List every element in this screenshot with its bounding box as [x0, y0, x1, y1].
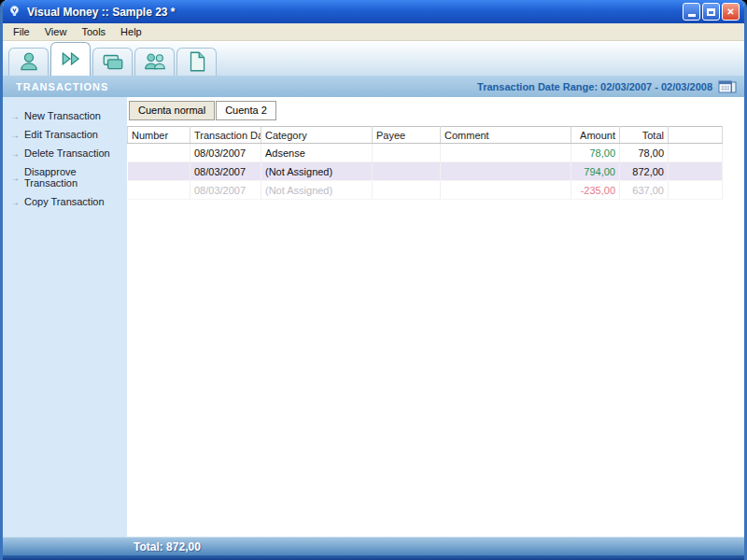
menu-tools[interactable]: Tools — [74, 24, 113, 39]
menu-help[interactable]: Help — [113, 24, 149, 39]
report-icon — [185, 49, 209, 76]
page-title: TRANSACTIONS — [16, 81, 477, 92]
cell-empty — [669, 181, 723, 200]
cell-amount: 78,00 — [571, 144, 620, 162]
column-header-comment[interactable]: Comment — [441, 127, 571, 144]
cell-empty — [669, 162, 723, 181]
account-tabs: Cuenta normalCuenta 2 — [127, 97, 744, 120]
main-panel: Cuenta normalCuenta 2 NumberTransaction … — [127, 97, 744, 537]
cell-empty — [669, 144, 723, 162]
cell-amount: -235,00 — [571, 181, 620, 200]
toolbar — [3, 41, 744, 76]
transaction-row[interactable]: 08/03/2007(Not Assigned)-235,00637,00 — [128, 181, 723, 200]
toolbar-credit-cards-button[interactable] — [92, 48, 133, 76]
arrow-bullet-icon: → — [10, 173, 20, 183]
table-header-row: NumberTransaction DateCategoryPayeeComme… — [128, 127, 723, 144]
sidebar-item-label: Delete Transaction — [24, 147, 110, 159]
arrow-bullet-icon: → — [10, 130, 20, 140]
arrow-bullet-icon: → — [10, 148, 20, 159]
column-header-number[interactable]: Number — [128, 127, 190, 144]
sidebar-item-edit-transaction[interactable]: →Edit Transaction — [3, 125, 127, 144]
transaction-row[interactable]: 08/03/2007(Not Assigned)794,00872,00 — [128, 162, 723, 181]
app-window: Visual Money :: Sample 23 * ✕ FileViewTo… — [0, 0, 747, 560]
sidebar-item-disapprove-transaction[interactable]: →Disapprove Transaction — [3, 162, 127, 192]
column-header-transaction-date[interactable]: Transaction Date — [190, 127, 261, 144]
window-title: Visual Money :: Sample 23 * — [27, 6, 683, 19]
person-icon — [17, 49, 41, 76]
column-header-total[interactable]: Total — [620, 127, 669, 144]
card-icon — [101, 49, 125, 76]
sidebar-item-delete-transaction[interactable]: →Delete Transaction — [3, 144, 127, 162]
transactions-table-wrap: NumberTransaction DateCategoryPayeeComme… — [127, 120, 744, 200]
calendar-icon[interactable] — [718, 79, 737, 94]
toolbar-reports-button[interactable] — [176, 48, 217, 76]
cell-comment — [441, 181, 571, 200]
menu-view[interactable]: View — [37, 24, 75, 39]
sidebar-item-copy-transaction[interactable]: →Copy Transaction — [3, 192, 127, 211]
cell-comment — [441, 144, 571, 162]
tab-cuenta-2[interactable]: Cuenta 2 — [216, 101, 276, 120]
cell-amount: 794,00 — [571, 162, 620, 181]
minimize-button[interactable] — [683, 3, 700, 21]
cell-total: 78,00 — [620, 144, 669, 162]
cell-date: 08/03/2007 — [190, 162, 261, 181]
cell-date: 08/03/2007 — [190, 144, 261, 162]
tab-cuenta-normal[interactable]: Cuenta normal — [129, 101, 215, 120]
column-header-category[interactable]: Category — [261, 127, 373, 144]
column-header-payee[interactable]: Payee — [373, 127, 441, 144]
cell-total: 637,00 — [620, 181, 669, 200]
cell-payee — [373, 144, 441, 162]
sidebar-item-label: Disapprove Transaction — [24, 166, 125, 189]
window-controls: ✕ — [683, 3, 740, 21]
double-arrow-icon — [59, 47, 83, 73]
arrow-bullet-icon: → — [10, 111, 20, 121]
status-bar: Total: 872,00 — [3, 537, 744, 555]
menu-bar: FileViewToolsHelp — [3, 23, 744, 41]
date-range: Transaction Date Range: 02/03/2007 - 02/… — [477, 79, 737, 94]
toolbar-transactions-button[interactable] — [50, 42, 91, 76]
toolbar-accounts-button[interactable] — [8, 48, 49, 76]
date-range-label: Transaction Date Range: 02/03/2007 - 02/… — [477, 81, 712, 92]
column-header-amount[interactable]: Amount — [571, 127, 620, 144]
maximize-button[interactable] — [702, 3, 720, 21]
section-header: TRANSACTIONS Transaction Date Range: 02/… — [3, 76, 744, 97]
cell-payee — [373, 181, 441, 200]
total-label: Total: 872,00 — [134, 540, 201, 553]
title-bar: Visual Money :: Sample 23 * ✕ — [3, 0, 744, 23]
cell-comment — [441, 162, 571, 181]
arrow-bullet-icon: → — [10, 197, 20, 207]
sidebar: →New Transaction→Edit Transaction→Delete… — [3, 97, 127, 537]
sidebar-item-label: Edit Transaction — [24, 129, 98, 140]
people-icon — [143, 49, 167, 76]
cell-date: 08/03/2007 — [190, 181, 261, 200]
menu-file[interactable]: File — [6, 24, 37, 39]
minimize-icon — [688, 14, 696, 17]
app-icon — [7, 5, 22, 20]
window-bottom-edge — [3, 555, 744, 560]
sidebar-item-label: Copy Transaction — [24, 196, 105, 207]
cell-category: (Not Assigned) — [261, 162, 373, 181]
transaction-row[interactable]: 08/03/2007Adsense78,0078,00 — [128, 144, 723, 162]
sidebar-item-label: New Transaction — [24, 110, 101, 121]
close-button[interactable]: ✕ — [722, 3, 740, 21]
transactions-table: NumberTransaction DateCategoryPayeeComme… — [127, 126, 723, 200]
column-header-empty — [669, 127, 723, 144]
cell-total: 872,00 — [620, 162, 669, 181]
cell-number — [128, 181, 190, 200]
maximize-icon — [707, 8, 715, 16]
content-area: →New Transaction→Edit Transaction→Delete… — [3, 97, 744, 537]
cell-category: (Not Assigned) — [261, 181, 373, 200]
cell-number — [128, 162, 190, 181]
sidebar-item-new-transaction[interactable]: →New Transaction — [3, 106, 127, 125]
toolbar-payees-button[interactable] — [134, 48, 175, 76]
cell-payee — [373, 162, 441, 181]
cell-category: Adsense — [261, 144, 373, 162]
cell-number — [128, 144, 190, 162]
close-icon: ✕ — [726, 7, 734, 17]
